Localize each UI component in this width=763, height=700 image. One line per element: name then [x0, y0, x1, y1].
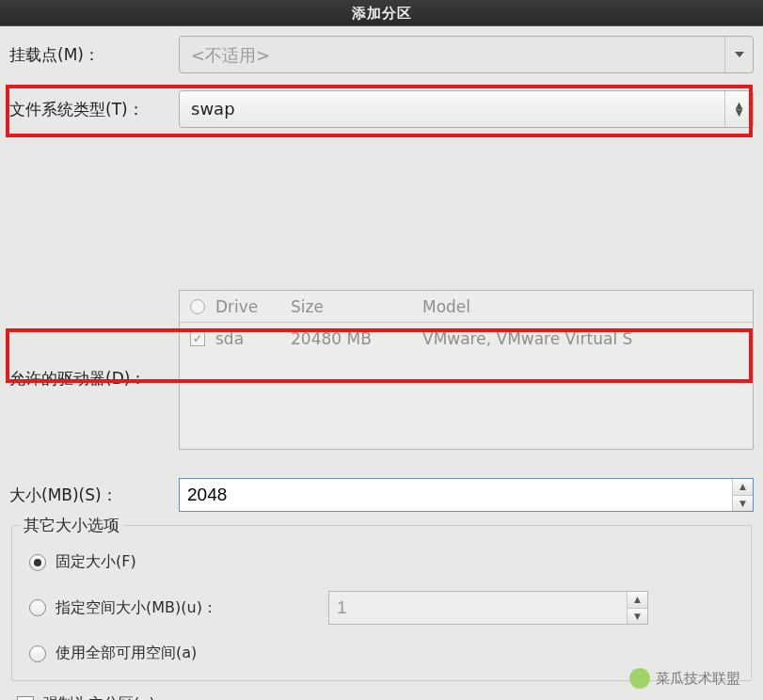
force-primary-checkbox[interactable]	[17, 696, 34, 701]
radio-fill-max[interactable]	[29, 645, 46, 662]
force-primary-label: 强制为主分区(p)	[43, 694, 155, 700]
filesystem-type-row: 文件系统类型(T)： swap ▲▼	[9, 90, 754, 128]
size-spinner[interactable]: ▲ ▼	[179, 478, 754, 512]
updown-icon: ▲▼	[736, 102, 743, 117]
allowable-drives-row: 允许的驱动器(D)： Drive Size Model ✓ sda 20480 …	[9, 288, 754, 450]
fill-upto-input	[329, 592, 627, 624]
allowable-drives-label: 允许的驱动器(D)：	[9, 368, 179, 390]
row-size: 20480 MB	[291, 329, 422, 348]
mount-point-row: 挂载点(M)： <不适用>	[9, 36, 754, 73]
size-row: 大小(MB)(S)： ▲ ▼	[9, 478, 754, 512]
row-drive: sda	[215, 329, 291, 348]
additional-size-legend: 其它大小选项	[20, 515, 123, 536]
header-size: Size	[291, 297, 422, 316]
additional-size-options: 其它大小选项 固定大小(F) 指定空间大小(MB)(u)： ▲ ▼ 使用全部可用…	[11, 525, 752, 681]
radio-fixed-label: 固定大小(F)	[56, 552, 136, 572]
radio-fill-upto-label: 指定空间大小(MB)(u)：	[56, 598, 319, 618]
header-drive: Drive	[215, 297, 291, 316]
fill-upto-spinner: ▲ ▼	[328, 591, 648, 625]
filesystem-type-combo[interactable]: swap ▲▼	[179, 90, 754, 128]
radio-fill-upto[interactable]	[29, 599, 46, 616]
table-row[interactable]: ✓ sda 20480 MB VMware, VMware Virtual S	[180, 323, 753, 355]
row-model: VMware, VMware Virtual S	[422, 329, 753, 348]
select-all-icon	[190, 299, 205, 314]
chevron-down-icon	[735, 52, 744, 57]
filesystem-type-dropdown-button[interactable]: ▲▼	[724, 91, 753, 127]
header-model: Model	[422, 297, 753, 316]
fill-upto-increase-button: ▲	[628, 592, 647, 609]
size-increase-button[interactable]: ▲	[733, 479, 753, 496]
size-label: 大小(MB)(S)：	[9, 485, 179, 506]
row-checkbox[interactable]: ✓	[190, 331, 205, 346]
radio-fill-upto-row[interactable]: 指定空间大小(MB)(u)： ▲ ▼	[29, 591, 739, 625]
force-primary-row[interactable]: 强制为主分区(p)	[17, 694, 754, 700]
radio-fill-max-label: 使用全部可用空间(a)	[56, 644, 197, 663]
mount-point-dropdown-button[interactable]	[724, 37, 753, 72]
drives-table: Drive Size Model ✓ sda 20480 MB VMware, …	[179, 290, 754, 450]
radio-fixed-row[interactable]: 固定大小(F)	[29, 552, 739, 572]
size-decrease-button[interactable]: ▼	[733, 496, 753, 512]
dialog-title: 添加分区	[0, 0, 763, 26]
drives-table-header: Drive Size Model	[180, 291, 753, 323]
fill-upto-decrease-button: ▼	[628, 609, 647, 625]
radio-fixed[interactable]	[29, 554, 46, 571]
mount-point-value: <不适用>	[180, 37, 724, 72]
mount-point-combo[interactable]: <不适用>	[179, 36, 754, 73]
radio-fill-max-row[interactable]: 使用全部可用空间(a)	[29, 644, 739, 663]
filesystem-type-value: swap	[180, 91, 724, 127]
size-input[interactable]	[180, 479, 732, 511]
filesystem-type-label: 文件系统类型(T)：	[9, 99, 179, 120]
mount-point-label: 挂载点(M)：	[9, 44, 179, 66]
